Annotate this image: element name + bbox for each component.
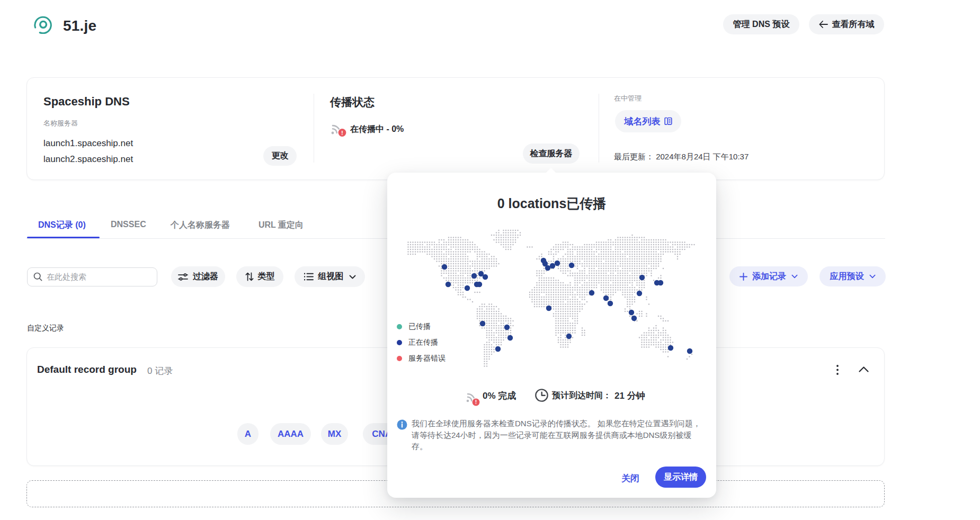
svg-text:!: ! [475,399,477,405]
svg-text:!: ! [341,130,343,136]
